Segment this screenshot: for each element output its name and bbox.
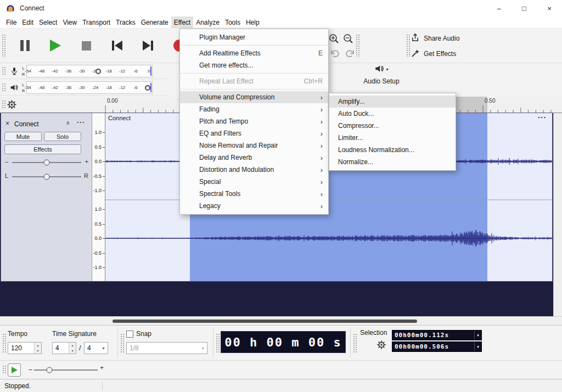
time-signature-upper[interactable]: 4 ▴▾ <box>52 342 76 354</box>
dropdown-icon[interactable]: ▾ <box>199 343 207 354</box>
get-effects-button[interactable]: Get Effects <box>411 47 456 60</box>
pause-button[interactable] <box>11 32 38 59</box>
menubar-item-transport[interactable]: Transport <box>80 16 113 28</box>
submenu-item-limiter[interactable]: Limiter... <box>329 132 456 144</box>
playback-meter[interactable]: L R -54-48-42-36-30-24-18-12-60 <box>0 80 167 96</box>
toolbar-grip[interactable] <box>2 365 6 374</box>
effects-button[interactable]: Effects <box>4 144 81 154</box>
toolbar-grip[interactable] <box>216 333 220 352</box>
clip-menu-icon[interactable]: ··· <box>538 113 547 121</box>
toolbar-grip[interactable] <box>2 100 5 109</box>
snap-mode-value[interactable]: 1/8 <box>127 343 199 354</box>
horizontal-scrollbar[interactable] <box>0 316 562 325</box>
timeline-options-button[interactable] <box>7 99 17 110</box>
toolbar-grip[interactable] <box>2 83 5 92</box>
time-display[interactable]: 00 h 00 m 00 s <box>221 331 346 353</box>
menubar-item-edit[interactable]: Edit <box>19 16 36 28</box>
dropdown-icon[interactable]: ▾ <box>99 343 108 354</box>
selection-options-button[interactable] <box>376 340 386 350</box>
maximize-button[interactable]: □ <box>512 0 537 16</box>
menu-item-pitch-and-tempo[interactable]: Pitch and Tempo› <box>180 115 328 127</box>
dropdown-icon[interactable]: ▾ <box>474 331 481 340</box>
playback-meter-scale[interactable]: -54-48-42-36-30-24-18-12-60 <box>26 81 153 94</box>
time-signature-upper-value[interactable]: 4 <box>53 343 69 354</box>
menubar-item-help[interactable]: Help <box>243 16 262 28</box>
time-signature-spinner[interactable]: ▴▾ <box>69 343 76 354</box>
speed-slider-thumb[interactable] <box>47 367 53 373</box>
solo-button[interactable]: Solo <box>44 132 81 141</box>
time-display-value[interactable]: 00 h 00 m 00 s <box>224 335 341 349</box>
tempo-input[interactable]: 120 ▴▾ <box>8 342 42 354</box>
menubar-item-view[interactable]: View <box>60 16 80 28</box>
selection-end-value[interactable]: 00h00m00.506s <box>392 342 474 351</box>
menubar-item-select[interactable]: Select <box>36 16 60 28</box>
selection-end-field[interactable]: 00h00m00.506s ▾ <box>392 341 482 352</box>
snap-mode-dropdown[interactable]: 1/8 ▾ <box>126 342 207 354</box>
time-signature-lower[interactable]: 4 ▾ <box>84 342 108 354</box>
submenu-item-auto-duck[interactable]: Auto Duck... <box>329 108 456 120</box>
playback-volume-slider[interactable] <box>145 85 150 91</box>
time-signature-lower-value[interactable]: 4 <box>85 343 99 354</box>
submenu-item-normalize[interactable]: Normalize... <box>329 156 456 168</box>
spin-up-icon[interactable]: ▴ <box>35 343 41 348</box>
menu-item-add-realtime-effects[interactable]: Add Realtime EffectsE <box>180 47 328 59</box>
gain-slider-track[interactable] <box>12 162 81 163</box>
recording-meter-scale[interactable]: -54-48-42-36-30-24-18-12-60 <box>26 65 153 77</box>
gain-slider[interactable]: – + <box>1 158 92 167</box>
menubar-item-tracks[interactable]: Tracks <box>113 16 138 28</box>
spin-up-icon[interactable]: ▴ <box>69 343 76 348</box>
menu-item-special[interactable]: Special› <box>180 176 328 188</box>
menu-item-spectral-tools[interactable]: Spectral Tools› <box>180 188 328 200</box>
stop-button[interactable] <box>72 32 100 59</box>
track-collapse-icon[interactable]: ∧ <box>66 120 70 126</box>
pan-slider[interactable]: L R <box>1 172 92 181</box>
mute-button[interactable]: Mute <box>4 132 42 141</box>
menu-item-eq-and-filters[interactable]: EQ and Filters› <box>180 127 328 139</box>
play-at-speed-button[interactable] <box>8 363 21 377</box>
tempo-value[interactable]: 120 <box>8 343 34 354</box>
menubar-item-file[interactable]: File <box>3 16 19 28</box>
menu-item-volume-and-compression[interactable]: Volume and Compression› <box>180 91 328 103</box>
menu-item-noise-removal-and-repair[interactable]: Noise Removal and Repair› <box>180 139 328 152</box>
gain-slider-thumb[interactable] <box>44 160 50 166</box>
recording-meter[interactable]: L R -54-48-42-36-30-24-18-12-60 <box>0 64 167 79</box>
toolbar-grip[interactable] <box>2 66 5 76</box>
recording-volume-slider[interactable] <box>95 69 101 74</box>
menubar-item-effect[interactable]: Effect <box>171 16 193 28</box>
toolbar-grip[interactable] <box>356 34 359 57</box>
menu-item-fading[interactable]: Fading› <box>180 103 328 115</box>
minimize-button[interactable]: – <box>486 0 512 16</box>
tempo-spinner[interactable]: ▴▾ <box>34 343 41 354</box>
track-name[interactable]: Connect <box>14 120 39 128</box>
dropdown-icon[interactable]: ▾ <box>474 342 481 351</box>
toolbar-grip[interactable] <box>353 333 357 352</box>
share-audio-button[interactable]: Share Audio <box>411 32 459 45</box>
menu-item-plugin-manager[interactable]: Plugin Manager <box>180 31 328 43</box>
audio-setup-button[interactable]: ▾ Audio Setup <box>360 59 403 89</box>
menubar-item-tools[interactable]: Tools <box>222 16 243 28</box>
zoom-out-icon[interactable] <box>342 33 355 45</box>
skip-to-end-button[interactable] <box>134 32 161 59</box>
skip-to-start-button[interactable] <box>103 32 131 59</box>
toolbar-grip[interactable] <box>2 34 5 57</box>
selection-start-value[interactable]: 00h00m00.112s <box>392 331 474 340</box>
vertical-scrollbar[interactable] <box>553 113 562 316</box>
submenu-item-amplify[interactable]: Amplify... <box>329 96 456 108</box>
track-menu-icon[interactable]: ··· <box>77 119 85 126</box>
speed-slider[interactable] <box>34 369 98 371</box>
play-button[interactable] <box>42 32 69 59</box>
track-close-icon[interactable]: × <box>5 120 9 127</box>
toolbar-grip[interactable] <box>406 34 410 57</box>
menubar-item-analyze[interactable]: Analyze <box>193 16 222 28</box>
submenu-item-compressor[interactable]: Compressor... <box>329 120 456 132</box>
pan-slider-thumb[interactable] <box>44 174 50 180</box>
zoom-in-icon[interactable] <box>328 33 340 45</box>
menu-item-delay-and-reverb[interactable]: Delay and Reverb› <box>180 152 328 164</box>
spin-down-icon[interactable]: ▾ <box>35 348 41 354</box>
selection-start-field[interactable]: 00h00m00.112s ▾ <box>392 330 482 340</box>
snap-checkbox[interactable] <box>126 331 133 338</box>
pan-slider-track[interactable] <box>12 176 81 177</box>
scrollbar-thumb[interactable] <box>113 320 417 323</box>
toolbar-grip[interactable] <box>2 333 6 352</box>
menu-item-distortion-and-modulation[interactable]: Distortion and Modulation› <box>180 164 328 176</box>
